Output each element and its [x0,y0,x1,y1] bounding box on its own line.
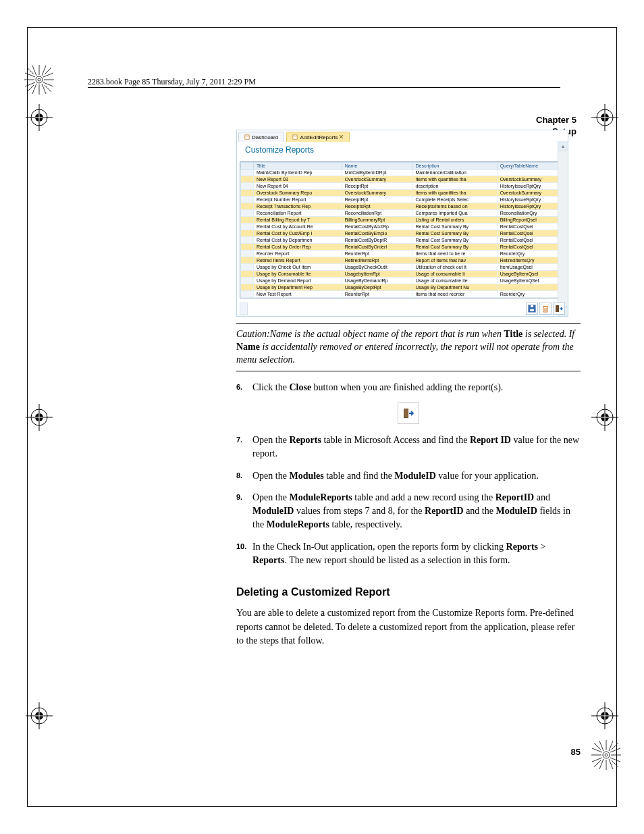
svg-point-1 [38,78,41,81]
cell: BillingReportQsel [497,217,564,224]
table-row[interactable]: Rental Cost by Cust/Emp IRentalCostByEmp… [241,230,564,237]
new-row[interactable]: * [241,298,564,299]
column-header[interactable]: Name [342,163,412,170]
svg-line-32 [592,748,602,752]
tab-add-edit-reports[interactable]: AddEditReports [286,132,350,142]
cell: ReorderQry [497,251,564,257]
table-row[interactable]: New Report 03OverstockSummaryItems with … [241,176,564,183]
cell: Usage by Department Rep [254,284,342,291]
rule [236,323,581,324]
table-row[interactable]: Reconciliation ReportReconciliationRptCo… [241,210,564,217]
svg-line-34 [592,758,602,762]
section-body: You are able to delete a customized repo… [236,606,581,648]
svg-line-30 [609,741,613,751]
cell: RentalCostQsel [497,244,564,251]
svg-line-24 [594,743,601,750]
cell: MntCalByItemIDRpt [342,170,412,176]
content-column: Dashboard AddEditReports Customize Repor… [236,130,581,656]
table-row[interactable]: Usage by Check Out ItemUsageByCheckOutIt… [241,264,564,271]
cell: RentalCostByEmplo [342,230,412,237]
cell: Items that need to be re [412,251,497,257]
chapter-line: Chapter 5 [468,115,576,126]
svg-line-28 [599,741,603,751]
cell: Rental Cost by Account Re [254,224,342,230]
cell: Report of Items that hav [412,257,497,264]
regmark-icon [591,702,618,729]
svg-rect-85 [404,409,408,417]
trash-icon [541,305,549,313]
cell: Rental Cost Summary By [412,230,497,237]
action-toolbar [526,303,565,315]
table-row[interactable]: Maint/Calib By ItemID RepMntCalByItemIDR… [241,170,564,176]
step-8: 8. Open the Modules table and find the M… [236,469,581,483]
step-10: 10. In the Check In-Out application, ope… [236,540,581,568]
svg-line-17 [43,73,53,77]
steps-list: 6. Click the Close button when you are f… [236,381,581,394]
regmark-icon [591,104,618,131]
svg-point-0 [36,76,43,83]
cell: UsageByDeptRpt [342,284,412,291]
svg-rect-83 [556,305,559,312]
data-grid[interactable]: TitleNameDescriptionQuery/TableName Main… [240,161,565,298]
table-row[interactable]: Usage by Department RepUsageByDeptRptUsa… [241,284,564,291]
svg-point-19 [605,754,608,756]
cell: Reorder Report [254,251,342,257]
svg-line-31 [599,759,603,769]
table-row[interactable]: Retired Items ReportRetiredItemsRptRepor… [241,257,564,264]
cell: Rental Cost by Departmen [254,237,342,244]
table-row[interactable]: Rental Cost by Account ReRentalCostByAcc… [241,224,564,230]
cell: Complete Receipts Selec [412,197,497,203]
caution-text: Caution:Name is the actual object name o… [236,328,578,367]
cell: Items that need reorder [412,291,497,298]
tab-label: AddEditReports [300,134,338,140]
table-row[interactable]: Rental Cost by Order RepRentalCostByOrde… [241,244,564,251]
cell: UsagebyItemRpt [342,271,412,278]
scroll-up-icon[interactable]: ▴ [558,141,568,151]
svg-line-26 [612,743,618,750]
vertical-scrollbar[interactable]: ▴ ▾ [558,141,568,316]
column-header[interactable]: Description [412,163,497,170]
column-header[interactable]: Query/TableName [497,163,564,170]
door-exit-icon [555,305,563,313]
cell: New Report 03 [254,176,342,183]
cell: Items with quantities tha [412,190,497,197]
cell: HistoryIssueRptQry [497,183,564,190]
rule [236,371,581,371]
table-row[interactable]: Receipt Transactions RepReceiptsRptRecei… [241,203,564,210]
close-button[interactable] [553,303,565,315]
cell: HistoryIssueRptQry [497,203,564,210]
cell: New Report 04 [254,183,342,190]
table-row[interactable]: New Test ReportReorderRptItems that need… [241,291,564,298]
cell: Receipts/Items based on [412,203,497,210]
svg-line-11 [42,84,46,94]
table-row[interactable]: Rental Cost by DepartmenRentalCostByDept… [241,237,564,244]
column-header[interactable]: Title [254,163,342,170]
close-illustration [236,402,581,424]
table-row[interactable]: Usage by Demand ReportUsageByDemandRpUsa… [241,278,564,284]
cell: ReconciliationRpt [342,210,412,217]
svg-point-18 [603,752,610,758]
table-row[interactable]: Overstock Summary RepoOverstockSummaryIt… [241,190,564,197]
save-button[interactable] [526,303,538,315]
svg-rect-72 [245,135,249,139]
svg-rect-79 [543,307,547,312]
cell: Usage of consumable ite [412,278,497,284]
cell: Reconciliation Report [254,210,342,217]
svg-rect-74 [293,135,297,139]
cell: RentalCostByDeptR [342,237,412,244]
cell: ReceiptRpt [342,183,412,190]
delete-button[interactable] [539,303,552,315]
table-row[interactable]: Rental Billing Report by TBillingSummary… [241,217,564,224]
tab-dashboard[interactable]: Dashboard [238,132,284,142]
cell: UsageByItemQSel [497,278,564,284]
table-row[interactable]: Usage by Consumable IteUsagebyItemRptUsa… [241,271,564,278]
svg-line-35 [610,748,620,752]
table-row[interactable]: New Report 04ReceiptRptdescriptionHistor… [241,183,564,190]
table-row[interactable]: Reorder ReportReorderRptItems that need … [241,251,564,257]
cell: Overstock Summary Repo [254,190,342,197]
close-icon[interactable] [340,135,344,139]
table-row[interactable]: Receipt Number ReportReceiptRptComplete … [241,197,564,203]
cell: UsageByItemQsel [497,271,564,278]
record-selector[interactable] [240,303,248,315]
cell: Maint/Calib By ItemID Rep [254,170,342,176]
